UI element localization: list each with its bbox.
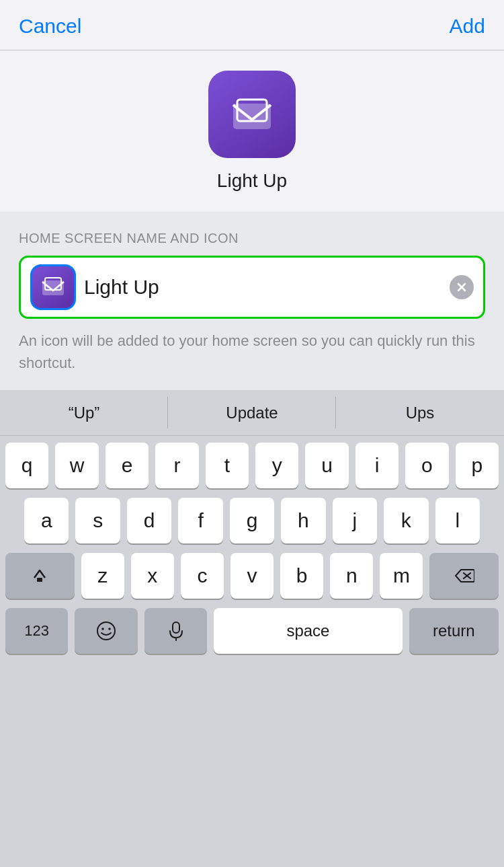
key-s[interactable]: s — [75, 498, 120, 543]
keys-area: q w e r t y u i o p a s d f g h j k l — [0, 436, 504, 661]
key-b[interactable]: b — [280, 553, 323, 599]
key-l[interactable]: l — [435, 498, 480, 543]
key-y[interactable]: y — [255, 443, 298, 488]
section-label: HOME SCREEN NAME AND ICON — [19, 231, 485, 246]
key-h[interactable]: h — [281, 498, 325, 543]
mic-icon — [168, 621, 184, 641]
key-e[interactable]: e — [106, 443, 149, 488]
shift-icon — [31, 567, 48, 585]
cancel-button[interactable]: Cancel — [19, 15, 81, 38]
app-icon-svg — [228, 90, 276, 139]
key-w[interactable]: w — [55, 443, 98, 488]
key-i[interactable]: i — [355, 443, 398, 488]
key-o[interactable]: o — [405, 443, 448, 488]
app-icon-small[interactable] — [30, 264, 76, 310]
key-k[interactable]: k — [384, 498, 428, 543]
app-icon-large — [208, 71, 296, 158]
svg-rect-6 — [37, 578, 42, 582]
key-a[interactable]: a — [24, 498, 69, 543]
key-r[interactable]: r — [155, 443, 198, 488]
keyboard: “Up” Update Ups q w e r t y u i o p a s … — [0, 390, 504, 661]
app-preview-section: Light Up — [0, 50, 504, 212]
key-x[interactable]: x — [131, 553, 174, 599]
key-t[interactable]: t — [206, 443, 249, 488]
input-row — [19, 256, 485, 319]
svg-point-10 — [101, 628, 104, 630]
small-icon-svg — [40, 274, 66, 300]
key-q[interactable]: q — [5, 443, 48, 488]
helper-text: An icon will be added to your home scree… — [19, 319, 485, 390]
key-row-2: a s d f g h j k l — [5, 498, 499, 543]
key-u[interactable]: u — [305, 443, 348, 488]
suggestion-ups[interactable]: Ups — [336, 390, 504, 435]
key-shift[interactable] — [5, 553, 75, 599]
settings-section: HOME SCREEN NAME AND ICON An icon will b… — [0, 212, 504, 390]
svg-point-11 — [108, 628, 111, 630]
add-button[interactable]: Add — [450, 15, 485, 38]
suggestions-row: “Up” Update Ups — [0, 390, 504, 436]
emoji-icon — [96, 621, 116, 641]
clear-button[interactable] — [450, 275, 474, 299]
key-d[interactable]: d — [127, 498, 171, 543]
key-p[interactable]: p — [456, 443, 499, 488]
key-z[interactable]: z — [81, 553, 124, 599]
nav-bar: Cancel Add — [0, 0, 504, 50]
svg-point-9 — [97, 622, 115, 640]
key-j[interactable]: j — [333, 498, 377, 543]
key-f[interactable]: f — [178, 498, 222, 543]
key-c[interactable]: c — [181, 553, 224, 599]
key-n[interactable]: n — [330, 553, 373, 599]
key-123[interactable]: 123 — [5, 608, 68, 654]
key-row-4: 123 space return — [5, 608, 499, 661]
key-mic[interactable] — [144, 608, 207, 654]
app-name-preview: Light Up — [217, 170, 287, 192]
suggestion-update[interactable]: Update — [168, 390, 336, 435]
svg-rect-12 — [173, 622, 179, 633]
suggestion-up[interactable]: “Up” — [0, 390, 168, 435]
key-delete[interactable] — [429, 553, 499, 599]
key-m[interactable]: m — [380, 553, 423, 599]
key-emoji[interactable] — [75, 608, 137, 654]
clear-icon — [455, 280, 468, 294]
delete-icon — [454, 568, 474, 583]
key-return[interactable]: return — [409, 608, 499, 654]
key-row-3: z x c v b n m — [5, 553, 499, 599]
svg-rect-0 — [233, 104, 271, 129]
key-v[interactable]: v — [230, 553, 274, 599]
bottom-bar — [0, 661, 504, 667]
key-g[interactable]: g — [230, 498, 274, 543]
key-space[interactable]: space — [214, 608, 402, 654]
key-row-1: q w e r t y u i o p — [5, 443, 499, 488]
name-input[interactable] — [84, 276, 442, 299]
